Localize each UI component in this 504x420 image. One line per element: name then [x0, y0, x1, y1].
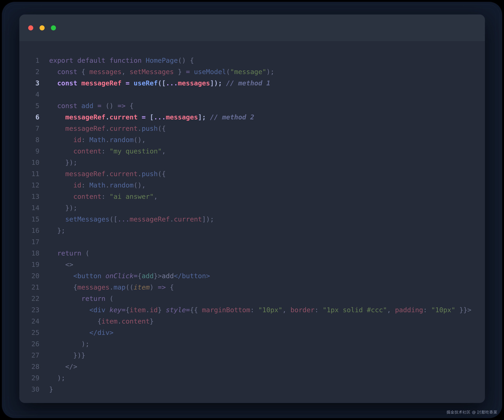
code-text: id: Math.random(),	[49, 134, 146, 146]
code-text: return (	[49, 293, 114, 304]
code-text: {item.content}	[49, 316, 154, 327]
line-number: 5	[27, 100, 39, 111]
editor-window: 1export default function HomePage() {2 c…	[19, 15, 485, 403]
code-line-15: 15 setMessages([...messageRef.current]);	[27, 214, 480, 225]
line-number: 26	[27, 338, 39, 350]
code-text: );	[49, 372, 65, 384]
line-number: 4	[27, 89, 39, 100]
code-line-23: 23 <div key={item.id} style={{ marginBot…	[27, 304, 480, 316]
code-line-7: 7 messageRef.current.push({	[27, 123, 480, 134]
code-line-30: 30}	[27, 384, 480, 395]
code-text: <div key={item.id} style={{ marginBottom…	[49, 304, 471, 316]
code-text: );	[49, 338, 89, 350]
code-text: const messageRef = useRef([...messages])…	[49, 77, 270, 89]
line-number: 24	[27, 316, 39, 327]
code-line-28: 28 </>	[27, 361, 480, 372]
code-text: content: "my question",	[49, 146, 166, 157]
screenshot-stage: 1export default function HomePage() {2 c…	[0, 0, 504, 420]
watermark: 掘金技术社区 @ 討厭吃香菜	[447, 410, 497, 415]
code-line-27: 27 })}	[27, 350, 480, 361]
line-number: 20	[27, 270, 39, 282]
line-number: 23	[27, 304, 39, 316]
window-titlebar	[19, 15, 485, 41]
code-text: });	[49, 202, 77, 214]
code-text: });	[49, 157, 77, 168]
line-number: 25	[27, 327, 39, 338]
code-line-16: 16 };	[27, 225, 480, 236]
code-line-18: 18 return (	[27, 248, 480, 259]
code-line-29: 29 );	[27, 372, 480, 384]
line-number: 10	[27, 157, 39, 168]
code-text: setMessages([...messageRef.current]);	[49, 214, 214, 225]
line-number: 9	[27, 146, 39, 157]
code-line-22: 22 return (	[27, 293, 480, 304]
line-number: 29	[27, 372, 39, 384]
code-line-2: 2 const { messages, setMessages } = useM…	[27, 66, 480, 77]
line-number: 27	[27, 350, 39, 361]
code-line-19: 19 <>	[27, 259, 480, 270]
code-text: }	[49, 384, 53, 395]
code-line-13: 13 content: "ai answer",	[27, 191, 480, 202]
code-text: id: Math.random(),	[49, 180, 146, 191]
line-number: 15	[27, 214, 39, 225]
line-number: 12	[27, 180, 39, 191]
code-line-20: 20 <button onClick={add}>add</button>	[27, 270, 480, 282]
code-text: {messages.map((item) => {	[49, 282, 174, 293]
code-text: const { messages, setMessages } = useMod…	[49, 66, 274, 77]
line-number: 1	[27, 55, 39, 66]
code-editor[interactable]: 1export default function HomePage() {2 c…	[19, 41, 485, 400]
line-number: 21	[27, 282, 39, 293]
line-number: 8	[27, 134, 39, 146]
line-number: 14	[27, 202, 39, 214]
code-text: <>	[49, 259, 73, 270]
code-line-24: 24 {item.content}	[27, 316, 480, 327]
code-text: })}	[49, 350, 85, 361]
code-line-5: 5 const add = () => {	[27, 100, 480, 111]
line-number: 17	[27, 236, 39, 248]
line-number: 6	[27, 111, 39, 123]
code-line-9: 9 content: "my question",	[27, 146, 480, 157]
code-line-21: 21 {messages.map((item) => {	[27, 282, 480, 293]
minimize-button[interactable]	[40, 25, 45, 30]
code-text: <button onClick={add}>add</button>	[49, 270, 210, 282]
code-text: export default function HomePage() {	[49, 55, 194, 66]
code-line-3: 3 const messageRef = useRef([...messages…	[27, 77, 480, 89]
line-number: 13	[27, 191, 39, 202]
code-text: messageRef.current.push({	[49, 123, 166, 134]
close-button[interactable]	[28, 25, 33, 30]
zoom-button[interactable]	[51, 25, 56, 30]
line-number: 16	[27, 225, 39, 236]
code-line-26: 26 );	[27, 338, 480, 350]
line-number: 30	[27, 384, 39, 395]
code-text: messageRef.current.push({	[49, 168, 166, 180]
code-card-backdrop: 1export default function HomePage() {2 c…	[2, 2, 502, 418]
code-text: </div>	[49, 327, 114, 338]
code-line-25: 25 </div>	[27, 327, 480, 338]
line-number: 19	[27, 259, 39, 270]
code-line-14: 14 });	[27, 202, 480, 214]
code-line-8: 8 id: Math.random(),	[27, 134, 480, 146]
code-line-11: 11 messageRef.current.push({	[27, 168, 480, 180]
code-line-1: 1export default function HomePage() {	[27, 55, 480, 66]
line-number: 3	[27, 77, 39, 89]
code-line-10: 10 });	[27, 157, 480, 168]
line-number: 7	[27, 123, 39, 134]
code-text: const add = () => {	[49, 100, 134, 111]
line-number: 22	[27, 293, 39, 304]
line-number: 28	[27, 361, 39, 372]
line-number: 2	[27, 66, 39, 77]
code-line-4: 4	[27, 89, 480, 100]
code-line-17: 17	[27, 236, 480, 248]
code-line-6: 6 messageRef.current = [...messages]; //…	[27, 111, 480, 123]
code-text: content: "ai answer",	[49, 191, 158, 202]
code-line-12: 12 id: Math.random(),	[27, 180, 480, 191]
code-text: </>	[49, 361, 77, 372]
line-number: 18	[27, 248, 39, 259]
code-text: messageRef.current = [...messages]; // m…	[49, 111, 254, 123]
code-text: return (	[49, 248, 89, 259]
code-text: };	[49, 225, 65, 236]
line-number: 11	[27, 168, 39, 180]
